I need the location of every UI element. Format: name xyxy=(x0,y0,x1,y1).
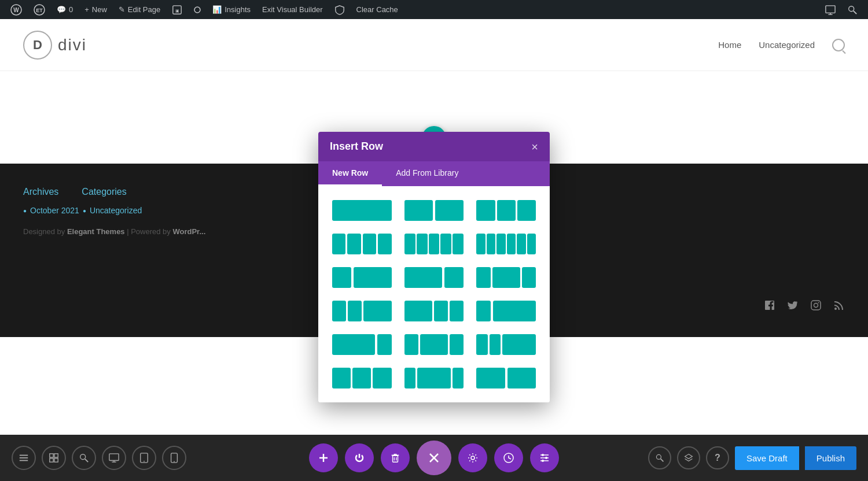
bar-chart-icon: 📊 xyxy=(212,5,222,14)
categories-link[interactable]: Categories xyxy=(82,187,126,197)
menu-button[interactable] xyxy=(12,446,36,470)
shield-icon xyxy=(334,5,345,15)
edit-page-item[interactable]: ✎ Edit Page xyxy=(114,0,165,19)
layout-3col-equal[interactable] xyxy=(474,198,538,223)
footer-social xyxy=(764,299,845,314)
exit-visual-builder-item[interactable]: Exit Visual Builder xyxy=(258,0,328,19)
mobile-icon xyxy=(170,453,178,463)
admin-search-item[interactable] xyxy=(843,0,862,19)
row-layouts-grid xyxy=(330,198,538,391)
search-icon-right xyxy=(655,453,664,462)
tab-add-from-library[interactable]: Add From Library xyxy=(382,161,472,186)
layers-icon xyxy=(684,453,693,462)
svg-rect-14 xyxy=(811,301,821,310)
divi-builder-item[interactable]: ▣ xyxy=(167,0,187,19)
sliders-button[interactable] xyxy=(530,443,559,472)
svg-point-45 xyxy=(542,454,544,456)
comments-item[interactable]: 💬 0 xyxy=(52,0,78,19)
svg-point-31 xyxy=(144,461,145,462)
publish-button[interactable]: Publish xyxy=(805,446,856,470)
archives-link[interactable]: Archives xyxy=(23,187,58,197)
divi-icon: ET xyxy=(34,4,45,16)
svg-point-17 xyxy=(834,308,837,310)
grid-button[interactable] xyxy=(42,446,66,470)
layout-3col-1-2-small[interactable] xyxy=(402,332,466,357)
search-icon xyxy=(847,5,858,15)
layout-2col-2-1[interactable] xyxy=(402,265,466,290)
search-icon-toolbar xyxy=(79,453,89,463)
october-2021-link[interactable]: October 2021 xyxy=(30,206,79,215)
svg-rect-36 xyxy=(393,456,398,462)
twitter-icon[interactable] xyxy=(787,299,799,314)
modal-close-button[interactable]: × xyxy=(531,141,538,153)
svg-point-6 xyxy=(194,7,200,13)
clear-cache-item[interactable]: Clear Cache xyxy=(352,0,403,19)
layout-2col-equal[interactable] xyxy=(402,198,466,223)
svg-rect-21 xyxy=(50,454,53,457)
layout-3col-1-2-1[interactable] xyxy=(474,265,538,290)
close-active-button[interactable] xyxy=(417,441,451,475)
layout-1col[interactable] xyxy=(330,198,394,223)
svg-rect-7 xyxy=(826,5,835,13)
layout-3col-asym[interactable] xyxy=(474,332,538,357)
layout-2col-mid[interactable] xyxy=(474,365,538,391)
layout-3col-thin[interactable] xyxy=(330,365,394,391)
svg-rect-23 xyxy=(50,458,53,462)
grid-icon xyxy=(49,453,59,463)
nav-search-icon[interactable] xyxy=(832,39,845,51)
layout-2col-3-1[interactable] xyxy=(330,332,394,357)
help-button[interactable]: ? xyxy=(706,446,729,469)
plus-icon: + xyxy=(84,5,89,14)
layout-2col-1-2[interactable] xyxy=(330,265,394,290)
add-section-button[interactable] xyxy=(309,443,338,472)
status-circle[interactable] xyxy=(189,0,205,19)
layout-3col-wide-mid[interactable] xyxy=(402,365,466,391)
svg-text:ET: ET xyxy=(36,8,43,13)
new-item[interactable]: + New xyxy=(80,0,112,19)
layout-5col-equal[interactable] xyxy=(402,231,466,257)
tablet-icon xyxy=(139,453,149,463)
wordpress-icon: W xyxy=(10,4,22,16)
svg-point-46 xyxy=(545,457,547,459)
shield-item[interactable] xyxy=(330,0,350,19)
history-button[interactable] xyxy=(494,443,523,472)
nav-uncategorized[interactable]: Uncategorized xyxy=(759,40,815,50)
desktop-button[interactable] xyxy=(102,446,126,470)
search-button[interactable] xyxy=(72,446,96,470)
tablet-button[interactable] xyxy=(132,446,156,470)
layers-button[interactable] xyxy=(677,446,700,469)
portability-button[interactable] xyxy=(648,446,671,469)
svg-line-11 xyxy=(854,10,856,13)
site-nav: Home Uncategorized xyxy=(718,39,845,51)
layout-4col-equal[interactable] xyxy=(330,231,394,257)
insights-item[interactable]: 📊 Insights xyxy=(208,0,255,19)
site-logo[interactable]: D divi xyxy=(23,31,87,60)
layout-2col-1-3[interactable] xyxy=(474,298,538,324)
settings-button[interactable] xyxy=(458,443,487,472)
delete-button[interactable] xyxy=(381,443,410,472)
svg-text:▣: ▣ xyxy=(175,8,179,13)
layout-6col-equal[interactable] xyxy=(474,231,538,257)
divi-builder-icon: ▣ xyxy=(172,5,182,15)
instagram-icon[interactable] xyxy=(810,299,822,314)
svg-point-25 xyxy=(80,454,86,460)
nav-home[interactable]: Home xyxy=(718,40,741,50)
save-draft-button[interactable]: Save Draft xyxy=(735,446,799,470)
rss-icon[interactable] xyxy=(833,299,845,314)
svg-text:W: W xyxy=(13,7,19,13)
layout-3col-2-1-1[interactable] xyxy=(402,298,466,324)
screen-options-item[interactable] xyxy=(821,0,840,19)
layout-3col-1-1-2[interactable] xyxy=(330,298,394,324)
wp-logo-item[interactable]: W xyxy=(6,0,27,19)
mobile-button[interactable] xyxy=(162,446,186,470)
site-header: D divi Home Uncategorized xyxy=(0,19,868,71)
divi-logo-item[interactable]: ET xyxy=(29,0,50,19)
modal-tabs: New Row Add From Library xyxy=(318,161,550,186)
power-button[interactable] xyxy=(345,443,374,472)
logo-circle: D xyxy=(23,31,52,60)
facebook-icon[interactable] xyxy=(764,299,775,314)
uncategorized-link[interactable]: Uncategorized xyxy=(90,206,142,215)
tab-new-row[interactable]: New Row xyxy=(318,161,382,186)
toolbar-left xyxy=(12,446,186,470)
history-icon xyxy=(503,452,514,464)
